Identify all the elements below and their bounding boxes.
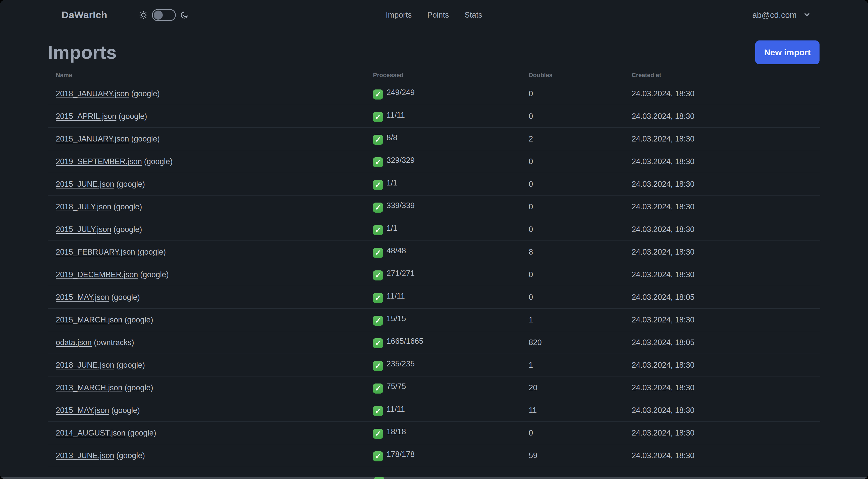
import-file-link[interactable]: 2013_JUNE.json (56, 451, 114, 460)
user-menu[interactable]: ab@cd.com (752, 10, 811, 20)
table-row: 2015_MAY.json (google) 11/11 0 24.03.202… (48, 286, 820, 309)
success-check-icon (373, 270, 383, 280)
import-file-link[interactable]: 2015_JULY.json (56, 225, 111, 234)
import-file-link[interactable]: 2019_SEPTEMBER.json (56, 157, 142, 166)
doubles-count: 1 (529, 361, 632, 370)
processed-count: 271/271 (386, 269, 415, 278)
import-file-link[interactable]: 2019_DECEMBER.json (56, 270, 138, 279)
processed-count: 11/11 (386, 405, 405, 413)
import-source-label: (google) (125, 316, 153, 324)
created-at: 24.03.2024, 18:30 (632, 316, 820, 324)
success-check-icon (373, 406, 383, 416)
import-source-label: (google) (116, 451, 145, 460)
column-header-name: Name (48, 71, 373, 79)
new-import-button[interactable]: New import (755, 40, 819, 64)
success-check-icon (373, 157, 383, 168)
import-file-link[interactable]: 2015_APRIL.json (56, 112, 116, 121)
import-file-link[interactable]: 2015_JANUARY.json (56, 134, 129, 143)
import-source-label: (owntracks) (94, 338, 134, 347)
created-at: 24.03.2024, 18:30 (632, 134, 820, 144)
processed-count: 1/1 (386, 178, 397, 187)
processed-count: 178/178 (386, 450, 415, 459)
doubles-count: 0 (529, 180, 632, 189)
table-row: 2013_MARCH.json (google) 75/75 20 24.03.… (48, 377, 820, 399)
success-check-icon (373, 203, 383, 213)
import-file-link[interactable]: 2015_FEBRUARY.json (56, 247, 135, 256)
import-file-link[interactable]: 2014_AUGUST.json (56, 428, 125, 437)
import-file-link[interactable]: 2018_JULY.json (56, 202, 111, 211)
theme-toggle-group (139, 9, 189, 21)
success-check-icon (374, 477, 384, 479)
created-at: 24.03.2024, 18:30 (632, 247, 820, 257)
created-at: 24.03.2024, 18:30 (632, 112, 820, 121)
doubles-count: 0 (529, 428, 632, 438)
partial-next-row (0, 477, 868, 479)
import-file-link[interactable]: 2013_MARCH.json (56, 383, 122, 392)
processed-count: 11/11 (386, 292, 405, 300)
import-file-link[interactable]: 2015_MAY.json (56, 406, 109, 415)
nav-item-points[interactable]: Points (427, 10, 449, 20)
import-source-label: (google) (111, 293, 140, 302)
column-header-doubles: Doubles (529, 71, 632, 79)
chevron-down-icon (803, 11, 811, 19)
imports-table: Name Processed Doubles Created at 2018_J… (48, 68, 820, 467)
import-source-label: (google) (116, 361, 145, 369)
processed-count: 48/48 (386, 246, 406, 255)
success-check-icon (373, 361, 383, 371)
import-source-label: (google) (114, 225, 142, 234)
table-row: 2019_SEPTEMBER.json (google) 329/329 0 2… (48, 150, 820, 173)
created-at: 24.03.2024, 18:30 (632, 157, 820, 166)
doubles-count: 0 (529, 225, 632, 234)
success-check-icon (373, 112, 383, 122)
user-email: ab@cd.com (752, 10, 797, 20)
doubles-count: 0 (529, 202, 632, 211)
import-file-link[interactable]: odata.json (56, 338, 92, 347)
created-at: 24.03.2024, 18:30 (632, 406, 820, 415)
success-check-icon (373, 316, 383, 326)
top-navbar: DaWarIch (0, 0, 868, 30)
nav-item-stats[interactable]: Stats (464, 10, 482, 20)
table-row: 2015_APRIL.json (google) 11/11 0 24.03.2… (48, 105, 820, 128)
doubles-count: 8 (529, 247, 632, 257)
import-file-link[interactable]: 2018_JUNE.json (56, 361, 114, 369)
success-check-icon (373, 89, 383, 99)
doubles-count: 20 (529, 383, 632, 392)
created-at: 24.03.2024, 18:05 (632, 293, 820, 302)
processed-count: 15/15 (386, 314, 406, 323)
processed-count: 1665/1665 (386, 337, 424, 346)
success-check-icon (373, 135, 383, 145)
table-row: 2015_FEBRUARY.json (google) 48/48 8 24.0… (48, 241, 820, 263)
page-title: Imports (48, 42, 117, 63)
theme-toggle-switch[interactable] (152, 9, 176, 21)
doubles-count: 0 (529, 157, 632, 166)
created-at: 24.03.2024, 18:30 (632, 270, 820, 279)
processed-count: 18/18 (386, 427, 406, 436)
import-file-link[interactable]: 2015_JUNE.json (56, 180, 114, 188)
doubles-count: 0 (529, 89, 632, 98)
table-row: 2018_JANUARY.json (google) 249/249 0 24.… (48, 83, 820, 105)
import-source-label: (google) (131, 89, 160, 98)
created-at: 24.03.2024, 18:30 (632, 383, 820, 392)
app-logo[interactable]: DaWarIch (62, 9, 107, 21)
table-row: 2015_MARCH.json (google) 15/15 1 24.03.2… (48, 309, 820, 331)
processed-count: 11/11 (386, 111, 405, 119)
doubles-count: 0 (529, 270, 632, 279)
doubles-count: 59 (529, 451, 632, 460)
import-file-link[interactable]: 2015_MAY.json (56, 293, 109, 302)
doubles-count: 820 (529, 338, 632, 347)
processed-count: 235/235 (386, 359, 415, 368)
doubles-count: 2 (529, 134, 632, 144)
import-source-label: (google) (137, 247, 166, 256)
import-file-link[interactable]: 2018_JANUARY.json (56, 89, 129, 98)
app-window: DaWarIch (0, 0, 868, 479)
moon-icon (180, 10, 189, 20)
import-source-label: (google) (128, 428, 156, 437)
created-at: 24.03.2024, 18:30 (632, 361, 820, 370)
import-source-label: (google) (140, 270, 169, 279)
nav-item-imports[interactable]: Imports (386, 10, 412, 20)
table-row: odata.json (owntracks) 1665/1665 820 24.… (48, 331, 820, 354)
table-row: 2014_AUGUST.json (google) 18/18 0 24.03.… (48, 422, 820, 444)
main-nav: Imports Points Stats (386, 10, 482, 20)
import-file-link[interactable]: 2015_MARCH.json (56, 316, 122, 324)
table-row: 2015_MAY.json (google) 11/11 11 24.03.20… (48, 399, 820, 422)
